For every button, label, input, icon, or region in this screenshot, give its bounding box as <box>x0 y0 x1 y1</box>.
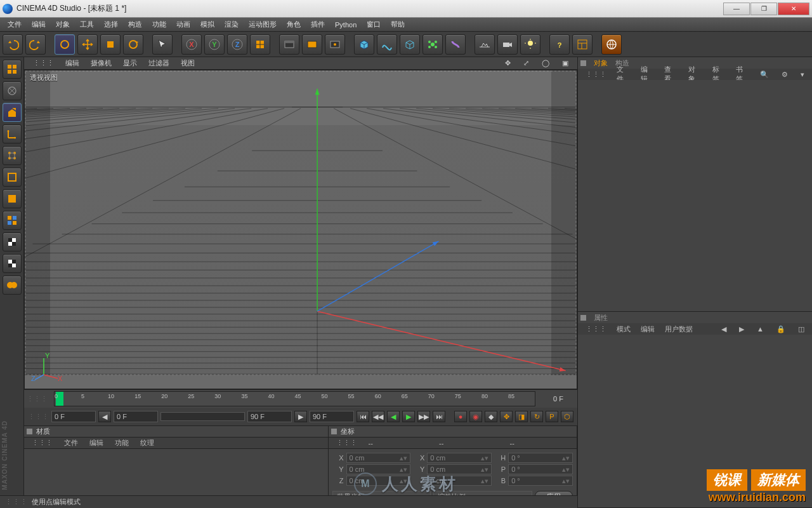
environment-button[interactable] <box>475 34 495 55</box>
autokey-button[interactable]: ◉ <box>469 411 482 422</box>
render-view-button[interactable] <box>279 34 299 55</box>
deformer-button[interactable] <box>445 34 466 55</box>
mat-menu-edit[interactable]: 编辑 <box>84 438 108 448</box>
attr-menu-edit[interactable]: 编辑 <box>636 324 660 334</box>
frame-end-field[interactable]: 90 F <box>310 411 354 422</box>
uv-points-button[interactable] <box>3 232 22 251</box>
generator-button[interactable] <box>422 34 443 55</box>
play-back-button[interactable]: ◀ <box>387 411 400 422</box>
key-rot-button[interactable]: ↻ <box>530 411 543 422</box>
viewmenu-filter[interactable]: 过滤器 <box>143 58 174 69</box>
viewport-perspective[interactable]: 透视视图 Y X Z <box>24 70 577 389</box>
scale-tool[interactable] <box>100 34 121 55</box>
maximize-view-icon[interactable]: ▣ <box>557 58 573 68</box>
frame-current-field[interactable]: 0 F <box>114 411 158 422</box>
menu-simulate[interactable]: 模拟 <box>195 18 219 30</box>
coord-field-1-1[interactable]: 0 cm▴▾ <box>346 464 411 474</box>
pan-icon[interactable]: ✥ <box>500 58 516 68</box>
next-area-icon[interactable]: ▶ <box>294 411 307 422</box>
coord-field-2-3[interactable]: 0 cm▴▾ <box>427 476 492 486</box>
redo-button[interactable] <box>25 34 46 55</box>
viewmenu-camera[interactable]: 摄像机 <box>86 58 117 69</box>
key-pos-button[interactable]: ✥ <box>500 411 513 422</box>
prev-area-icon[interactable]: ◀ <box>98 411 111 422</box>
menu-file[interactable]: 文件 <box>3 18 27 30</box>
make-editable-button[interactable] <box>3 81 22 100</box>
mat-menu-file[interactable]: 文件 <box>59 438 83 448</box>
attr-menu-userdata[interactable]: 用户数据 <box>660 324 698 334</box>
key-pla-button[interactable]: ⬡ <box>561 411 573 422</box>
menu-select[interactable]: 选择 <box>99 18 123 30</box>
nav-back-icon[interactable]: ◀ <box>716 325 731 333</box>
axis-x-button[interactable]: X <box>181 34 202 55</box>
filter-icon[interactable]: ⚙ <box>776 70 793 79</box>
zoom-icon[interactable]: ⤢ <box>518 58 534 68</box>
coord-field-0-3[interactable]: 0 cm▴▾ <box>427 453 492 463</box>
undo-button[interactable] <box>3 34 23 55</box>
viewmenu-view[interactable]: 视图 <box>176 58 200 69</box>
key-param-button[interactable]: P <box>546 411 558 422</box>
object-axis-button[interactable] <box>3 124 22 144</box>
key-scale-button[interactable]: ◨ <box>515 411 528 422</box>
menu-help[interactable]: 帮助 <box>386 18 410 30</box>
coord-field-0-5[interactable]: 0 °▴▾ <box>508 453 573 463</box>
goto-start-button[interactable]: ⏮ <box>357 411 369 422</box>
objects-tab[interactable]: 对象 <box>590 58 612 68</box>
nurbs-button[interactable] <box>400 34 420 55</box>
timeline-scrollbar[interactable] <box>160 412 245 421</box>
camera-button[interactable] <box>497 34 518 55</box>
viewmenu-edit[interactable]: 编辑 <box>60 58 84 69</box>
mat-menu-func[interactable]: 功能 <box>110 438 134 448</box>
model-mode-button[interactable] <box>3 103 22 122</box>
record-button[interactable]: ● <box>454 411 467 422</box>
select-tool[interactable] <box>55 34 75 55</box>
menu-plugin[interactable]: 插件 <box>306 18 330 30</box>
coord-field-1-5[interactable]: 0 °▴▾ <box>508 464 573 474</box>
rotate-tool[interactable] <box>123 34 143 55</box>
menu-object[interactable]: 对象 <box>51 18 75 30</box>
texture-mode-button[interactable] <box>3 211 22 230</box>
render-settings-button[interactable] <box>325 34 345 55</box>
animation-mode-button[interactable] <box>3 276 22 295</box>
play-button[interactable]: ▶ <box>402 411 415 422</box>
minimize-button[interactable]: — <box>723 3 750 15</box>
edge-mode-button[interactable] <box>3 168 22 187</box>
coord-field-1-3[interactable]: 0 cm▴▾ <box>427 464 492 474</box>
menu-edit[interactable]: 编辑 <box>27 18 51 30</box>
content-browser-button[interactable] <box>601 34 622 55</box>
move-tool[interactable] <box>77 34 98 55</box>
help-button[interactable]: ? <box>549 34 570 55</box>
axis-z-button[interactable]: Z <box>227 34 247 55</box>
cursor-tool[interactable] <box>152 34 173 55</box>
layout-button[interactable] <box>572 34 593 55</box>
menu-python[interactable]: Python <box>330 20 362 30</box>
next-key-button[interactable]: ▶▶ <box>417 411 430 422</box>
coord-system-button[interactable] <box>250 34 270 55</box>
nav-fwd-icon[interactable]: ▶ <box>734 325 749 333</box>
menu-structure[interactable]: 构造 <box>123 18 147 30</box>
menu-render[interactable]: 渲染 <box>219 18 244 30</box>
spline-button[interactable] <box>377 34 397 55</box>
nav-up-icon[interactable]: ▲ <box>752 325 769 333</box>
point-mode-button[interactable] <box>3 146 22 165</box>
render-region-button[interactable] <box>302 34 322 55</box>
frame-start-field[interactable]: 0 F <box>51 411 96 422</box>
polygon-mode-button[interactable] <box>3 189 22 208</box>
coord-field-2-5[interactable]: 0 °▴▾ <box>508 476 573 486</box>
prev-key-button[interactable]: ◀◀ <box>372 411 384 422</box>
lock-icon[interactable]: 🔒 <box>771 325 790 333</box>
menu-window[interactable]: 窗口 <box>362 18 386 30</box>
mat-menu-texture[interactable]: 纹理 <box>135 438 159 448</box>
cube-primitive-button[interactable] <box>354 34 374 55</box>
goto-end-button[interactable]: ⏭ <box>433 411 445 422</box>
attributes-body[interactable] <box>578 335 812 507</box>
axis-y-button[interactable]: Y <box>204 34 225 55</box>
uv-polygons-button[interactable] <box>3 254 22 273</box>
menu-function[interactable]: 功能 <box>147 18 171 30</box>
menu-animation[interactable]: 动画 <box>171 18 195 30</box>
new-window-icon[interactable]: ◫ <box>793 325 809 333</box>
layout-views-button[interactable] <box>3 60 22 79</box>
menu-character[interactable]: 角色 <box>282 18 306 30</box>
menu-mograph[interactable]: 运动图形 <box>244 18 282 30</box>
coord-field-0-1[interactable]: 0 cm▴▾ <box>346 453 411 463</box>
